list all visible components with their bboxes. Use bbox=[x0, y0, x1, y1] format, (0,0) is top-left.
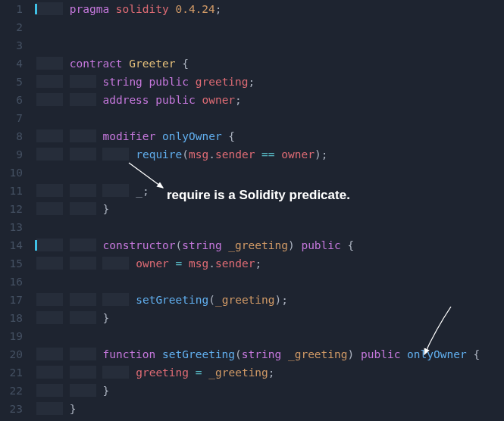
line-number-gutter: 1 2 3 4 5 6 7 8 9 10 11 12 13 14 15 16 1… bbox=[0, 0, 33, 418]
line-number: 7 bbox=[0, 109, 23, 127]
line-number: 19 bbox=[0, 327, 23, 345]
line-number: 3 bbox=[0, 36, 23, 55]
line-number: 20 bbox=[0, 345, 23, 363]
line-number: 13 bbox=[0, 218, 23, 236]
line-number: 2 bbox=[0, 18, 23, 36]
code-line[interactable] bbox=[36, 218, 504, 236]
line-number: 11 bbox=[0, 182, 23, 200]
code-line[interactable] bbox=[36, 164, 504, 182]
code-editor[interactable]: 1 2 3 4 5 6 7 8 9 10 11 12 13 14 15 16 1… bbox=[0, 0, 504, 418]
code-line[interactable]: greeting = _greeting; bbox=[36, 363, 504, 382]
code-line[interactable]: owner = msg.sender; bbox=[36, 254, 504, 273]
code-line[interactable] bbox=[36, 109, 504, 127]
code-line[interactable] bbox=[36, 273, 504, 291]
code-line[interactable]: contract Greeter { bbox=[36, 55, 504, 73]
line-number: 6 bbox=[0, 91, 23, 109]
code-line[interactable] bbox=[36, 36, 504, 55]
line-number: 14 bbox=[0, 236, 23, 254]
line-number: 12 bbox=[0, 200, 23, 218]
code-line[interactable]: } bbox=[36, 200, 504, 218]
code-line[interactable]: modifier onlyOwner { bbox=[36, 127, 504, 145]
line-number: 1 bbox=[0, 0, 23, 18]
line-number: 4 bbox=[0, 55, 23, 73]
line-number: 15 bbox=[0, 254, 23, 273]
line-number: 8 bbox=[0, 127, 23, 145]
code-line[interactable]: constructor(string _greeting) public { bbox=[36, 236, 504, 254]
line-number: 21 bbox=[0, 363, 23, 382]
code-line[interactable]: _; bbox=[36, 182, 504, 200]
code-line[interactable]: } bbox=[36, 309, 504, 327]
line-number: 16 bbox=[0, 273, 23, 291]
line-number: 9 bbox=[0, 145, 23, 164]
code-line[interactable]: setGreeting(_greeting); bbox=[36, 291, 504, 309]
code-line[interactable] bbox=[36, 327, 504, 345]
code-line[interactable]: function setGreeting(string _greeting) p… bbox=[36, 345, 504, 363]
code-line[interactable]: } bbox=[36, 400, 504, 418]
code-line[interactable]: pragma solidity 0.4.24; bbox=[36, 0, 504, 18]
line-number: 23 bbox=[0, 400, 23, 418]
change-marker bbox=[35, 240, 37, 251]
line-number: 22 bbox=[0, 382, 23, 400]
line-number: 5 bbox=[0, 73, 23, 91]
code-line[interactable]: string public greeting; bbox=[36, 73, 504, 91]
change-marker bbox=[35, 4, 37, 14]
code-line[interactable] bbox=[36, 18, 504, 36]
code-line[interactable]: require(msg.sender == owner); bbox=[36, 145, 504, 164]
code-line[interactable]: address public owner; bbox=[36, 91, 504, 109]
code-area[interactable]: pragma solidity 0.4.24; contract Greeter… bbox=[33, 0, 504, 418]
code-line[interactable]: } bbox=[36, 382, 504, 400]
line-number: 17 bbox=[0, 291, 23, 309]
line-number: 10 bbox=[0, 164, 23, 182]
line-number: 18 bbox=[0, 309, 23, 327]
